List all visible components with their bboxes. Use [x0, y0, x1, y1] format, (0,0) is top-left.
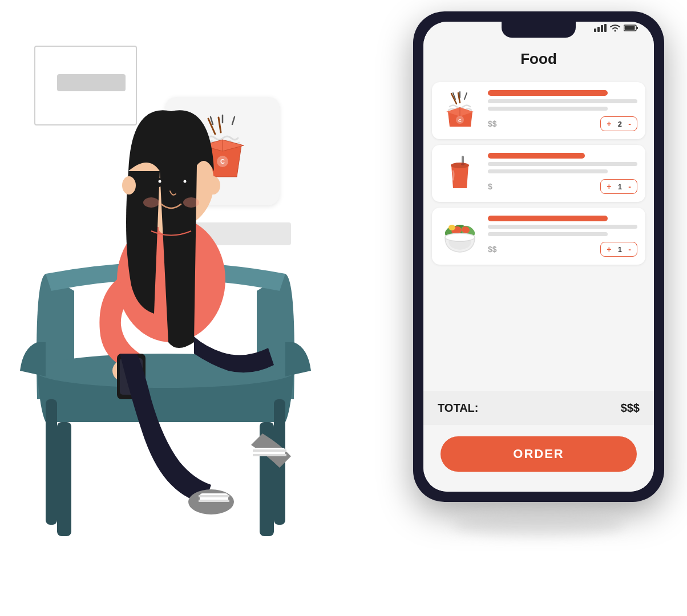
salad-bowl-icon — [440, 216, 480, 256]
salad-bottom: $$ + 1 - — [488, 242, 637, 257]
noodle-box-svg: C — [442, 91, 479, 130]
svg-text:C: C — [458, 118, 462, 123]
svg-point-21 — [183, 197, 199, 208]
svg-point-19 — [184, 180, 187, 183]
food-item-noodles: C $$ + 2 - — [432, 82, 645, 139]
svg-rect-34 — [594, 29, 596, 32]
noodles-name-bar — [488, 90, 608, 96]
drink-qty-minus[interactable]: - — [628, 182, 631, 191]
food-item-drink: $ + 1 - — [432, 145, 645, 202]
drink-price: $ — [488, 182, 492, 191]
salad-qty-num: 1 — [616, 245, 624, 254]
food-item-salad: $$ + 1 - — [432, 208, 645, 265]
salad-details: $$ + 1 - — [488, 216, 637, 257]
noodle-box-icon: C — [440, 91, 480, 131]
salad-qty-plus[interactable]: + — [607, 245, 611, 254]
order-button[interactable]: ORDER — [441, 436, 637, 472]
svg-point-22 — [122, 176, 136, 194]
svg-rect-9 — [57, 422, 71, 536]
phone-screen: Food — [423, 22, 654, 492]
signal-icon — [594, 24, 607, 32]
svg-point-20 — [143, 197, 159, 208]
svg-point-23 — [207, 176, 220, 194]
svg-rect-29 — [199, 495, 229, 497]
noodles-desc-bar-1 — [488, 99, 637, 103]
drink-name-bar — [488, 153, 585, 159]
svg-point-18 — [180, 178, 188, 187]
drink-details: $ + 1 - — [488, 153, 637, 194]
salad-desc-bar-2 — [488, 232, 608, 236]
svg-rect-35 — [597, 27, 600, 32]
svg-rect-32 — [253, 449, 286, 452]
svg-line-43 — [464, 93, 467, 99]
salad-price: $$ — [488, 245, 497, 254]
svg-point-51 — [461, 163, 464, 165]
salad-qty-minus[interactable]: - — [628, 245, 631, 254]
total-label: TOTAL: — [438, 402, 478, 415]
status-bar — [594, 24, 638, 32]
svg-point-16 — [155, 178, 163, 187]
svg-rect-33 — [253, 454, 286, 456]
salad-name-bar — [488, 216, 608, 221]
noodles-desc-bar-2 — [488, 107, 608, 111]
total-section: TOTAL: $$$ — [423, 391, 654, 425]
svg-rect-37 — [604, 24, 607, 32]
drink-desc-bar-1 — [488, 162, 637, 166]
noodles-bottom: $$ + 2 - — [488, 116, 637, 131]
noodles-qty-num: 2 — [616, 120, 624, 128]
phone-mockup: Food — [413, 11, 664, 502]
noodles-price: $$ — [488, 119, 497, 128]
noodles-qty-plus[interactable]: + — [607, 119, 611, 128]
svg-rect-11 — [46, 399, 57, 525]
food-list: C $$ + 2 - — [423, 76, 654, 391]
drink-bottom: $ + 1 - — [488, 179, 637, 194]
phone-frame: Food — [413, 11, 664, 502]
svg-rect-39 — [636, 27, 638, 29]
drink-qty-num: 1 — [616, 183, 624, 191]
salad-desc-bar-1 — [488, 225, 637, 229]
drink-desc-bar-2 — [488, 169, 608, 173]
salad-qty-control[interactable]: + 1 - — [600, 242, 637, 257]
phone-reflection — [453, 513, 624, 536]
drink-qty-plus[interactable]: + — [607, 182, 611, 191]
salad-bowl-svg — [441, 219, 479, 253]
svg-point-17 — [159, 180, 161, 183]
svg-point-50 — [451, 163, 469, 168]
svg-rect-30 — [199, 500, 229, 502]
svg-point-58 — [445, 233, 475, 241]
noodles-details: $$ + 2 - — [488, 90, 637, 131]
drink-cup-svg — [446, 154, 474, 193]
main-illustration — [0, 0, 388, 616]
screen-title: Food — [520, 50, 557, 67]
svg-rect-40 — [625, 26, 635, 30]
phone-notch — [502, 22, 576, 38]
battery-icon — [624, 24, 638, 32]
noodles-qty-minus[interactable]: - — [628, 119, 631, 128]
wifi-icon — [610, 24, 620, 32]
drink-cup-icon — [440, 153, 480, 193]
drink-qty-control[interactable]: + 1 - — [600, 179, 637, 194]
svg-rect-36 — [601, 25, 603, 32]
total-amount: $$$ — [621, 402, 640, 415]
svg-point-57 — [448, 225, 455, 230]
noodles-qty-control[interactable]: + 2 - — [600, 116, 637, 131]
order-section: ORDER — [423, 425, 654, 492]
